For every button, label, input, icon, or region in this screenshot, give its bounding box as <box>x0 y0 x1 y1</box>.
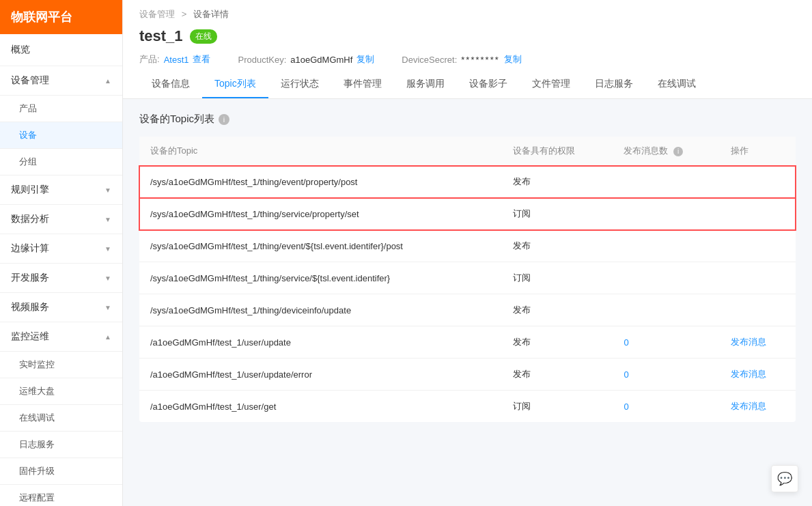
action-cell: 发布消息 <box>720 326 796 359</box>
action-cell: 发布消息 <box>720 359 796 391</box>
permission-cell: 发布 <box>502 230 613 262</box>
tab-topic-list[interactable]: Topic列表 <box>202 71 268 98</box>
col-topic: 设备的Topic <box>139 137 502 166</box>
topic-table: 设备的Topic 设备具有的权限 发布消息数 i 操作 /sys/a1oeGdM… <box>139 137 796 422</box>
permission-cell: 发布 <box>502 359 613 391</box>
meta-product: 产品: Atest1 查看 <box>139 53 210 66</box>
tab-file-mgmt[interactable]: 文件管理 <box>520 71 583 98</box>
content-area: 设备的Topic列表 i 设备的Topic 设备具有的权限 发布消息数 i 操作… <box>123 99 812 506</box>
sidebar-group-device-management: 设备管理 产品 设备 分组 <box>0 66 122 175</box>
sidebar-item-log-service[interactable]: 日志服务 <box>0 432 122 458</box>
col-publish-count: 发布消息数 i <box>613 137 720 166</box>
tab-device-shadow[interactable]: 设备影子 <box>457 71 520 98</box>
action-cell <box>720 262 796 294</box>
publish-message-link[interactable]: 发布消息 <box>731 337 766 347</box>
col-permission: 设备具有的权限 <box>502 137 613 166</box>
sidebar-group-header-device-management[interactable]: 设备管理 <box>0 66 122 96</box>
sidebar-group-header-dev-service[interactable]: 开发服务 <box>0 264 122 293</box>
sidebar-item-realtime-monitor[interactable]: 实时监控 <box>0 352 122 378</box>
table-row: /sys/a1oeGdMGmHf/test_1/thing/event/prop… <box>139 166 796 198</box>
publish-message-link[interactable]: 发布消息 <box>731 369 766 379</box>
breadcrumb-current: 设备详情 <box>193 9 229 19</box>
col-action: 操作 <box>720 137 796 166</box>
table-row: /a1oeGdMGmHf/test_1/user/update/error发布0… <box>139 359 796 391</box>
product-key-label: ProductKey: <box>238 55 286 65</box>
chevron-down-icon <box>104 245 111 253</box>
tab-online-debug[interactable]: 在线调试 <box>645 71 708 98</box>
action-cell <box>720 230 796 262</box>
product-name-link[interactable]: Atest1 <box>164 55 189 65</box>
product-view-link[interactable]: 查看 <box>193 53 210 66</box>
sidebar-item-product[interactable]: 产品 <box>0 96 122 122</box>
chat-button[interactable]: 💬 <box>771 465 798 492</box>
sidebar-group-header-rules[interactable]: 规则引擎 <box>0 175 122 205</box>
table-row: /sys/a1oeGdMGmHf/test_1/thing/service/${… <box>139 262 796 294</box>
topic-cell: /sys/a1oeGdMGmHf/test_1/thing/event/prop… <box>139 166 502 198</box>
count-cell <box>613 198 720 230</box>
topic-cell: /sys/a1oeGdMGmHf/test_1/thing/deviceinfo… <box>139 294 502 326</box>
topic-cell: /a1oeGdMGmHf/test_1/user/update <box>139 326 502 359</box>
sidebar-item-ops-dashboard[interactable]: 运维大盘 <box>0 378 122 405</box>
sidebar-group-header-video-service[interactable]: 视频服务 <box>0 293 122 322</box>
breadcrumb-parent[interactable]: 设备管理 <box>139 9 175 19</box>
topic-cell: /a1oeGdMGmHf/test_1/user/get <box>139 391 502 423</box>
tab-log-service[interactable]: 日志服务 <box>583 71 645 98</box>
action-cell <box>720 166 796 198</box>
table-row: /a1oeGdMGmHf/test_1/user/update发布0发布消息 <box>139 326 796 359</box>
sidebar-item-online-debug[interactable]: 在线调试 <box>0 405 122 432</box>
breadcrumb: 设备管理 > 设备详情 <box>139 8 796 20</box>
count-cell: 0 <box>613 326 720 359</box>
tab-runtime-status[interactable]: 运行状态 <box>268 71 331 98</box>
sidebar-group-monitor-ops: 监控运维 实时监控 运维大盘 在线调试 日志服务 固件升级 远程配置 <box>0 322 122 506</box>
count-cell <box>613 230 720 262</box>
count-cell: 0 <box>613 359 720 391</box>
tab-device-info[interactable]: 设备信息 <box>139 71 202 98</box>
sidebar-group-header-edge-compute[interactable]: 边缘计算 <box>0 234 122 264</box>
sidebar-item-remote-config[interactable]: 远程配置 <box>0 485 122 506</box>
sidebar-item-group[interactable]: 分组 <box>0 149 122 175</box>
permission-cell: 订阅 <box>502 391 613 423</box>
tab-event-mgmt[interactable]: 事件管理 <box>331 71 394 98</box>
page-title-row: test_1 在线 <box>139 27 796 45</box>
sidebar-group-header-monitor-ops[interactable]: 监控运维 <box>0 322 122 352</box>
sidebar-item-firmware-upgrade[interactable]: 固件升级 <box>0 458 122 485</box>
sidebar-item-device[interactable]: 设备 <box>0 122 122 149</box>
table-row: /sys/a1oeGdMGmHf/test_1/thing/service/pr… <box>139 198 796 230</box>
count-cell: 0 <box>613 391 720 423</box>
publish-message-link[interactable]: 发布消息 <box>731 401 766 411</box>
table-row: /sys/a1oeGdMGmHf/test_1/thing/event/${ts… <box>139 230 796 262</box>
count-cell <box>613 294 720 326</box>
topic-cell: /sys/a1oeGdMGmHf/test_1/thing/service/pr… <box>139 198 502 230</box>
publish-count-info-icon[interactable]: i <box>673 147 683 156</box>
status-badge: 在线 <box>190 29 217 44</box>
sidebar-item-overview[interactable]: 概览 <box>0 34 122 66</box>
device-secret-value: ******** <box>461 55 499 65</box>
table-row: /sys/a1oeGdMGmHf/test_1/thing/deviceinfo… <box>139 294 796 326</box>
sidebar-group-header-data-analysis[interactable]: 数据分析 <box>0 205 122 234</box>
device-secret-label: DeviceSecret: <box>402 55 457 65</box>
device-secret-copy-button[interactable]: 复制 <box>504 53 522 66</box>
sidebar: 物联网平台 概览 设备管理 产品 设备 分组 规则引擎 数据分析 边缘计算 开发… <box>0 0 123 506</box>
permission-cell: 发布 <box>502 294 613 326</box>
topic-cell: /sys/a1oeGdMGmHf/test_1/thing/event/${ts… <box>139 230 502 262</box>
section-info-icon[interactable]: i <box>219 114 229 125</box>
product-label: 产品: <box>139 53 160 66</box>
meta-device-secret: DeviceSecret: ******** 复制 <box>402 53 521 66</box>
chevron-up-icon <box>104 77 111 85</box>
topic-cell: /a1oeGdMGmHf/test_1/user/update/error <box>139 359 502 391</box>
action-cell <box>720 198 796 230</box>
permission-cell: 订阅 <box>502 262 613 294</box>
tab-service-invoke[interactable]: 服务调用 <box>394 71 457 98</box>
chevron-up-icon <box>104 333 111 341</box>
page-header: 设备管理 > 设备详情 test_1 在线 产品: Atest1 查看 Prod… <box>123 0 812 99</box>
section-title: 设备的Topic列表 i <box>139 113 796 126</box>
product-key-value: a1oeGdMGmHf <box>290 55 352 65</box>
tabs: 设备信息 Topic列表 运行状态 事件管理 服务调用 设备影子 文件管理 日志… <box>139 71 796 98</box>
product-key-copy-button[interactable]: 复制 <box>356 53 374 66</box>
breadcrumb-separator: > <box>182 9 187 19</box>
meta-row: 产品: Atest1 查看 ProductKey: a1oeGdMGmHf 复制… <box>139 53 796 66</box>
main-content: 设备管理 > 设备详情 test_1 在线 产品: Atest1 查看 Prod… <box>123 0 812 506</box>
page-title: test_1 <box>139 27 183 45</box>
chevron-down-icon <box>104 216 111 223</box>
action-cell: 发布消息 <box>720 391 796 423</box>
